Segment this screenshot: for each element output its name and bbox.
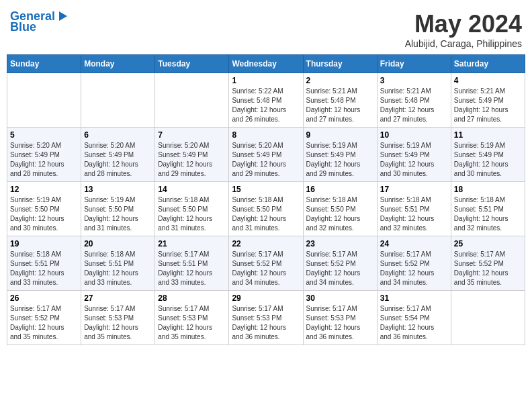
calendar-cell: 26Sunrise: 5:17 AMSunset: 5:52 PMDayligh… [7, 291, 81, 345]
calendar-cell: 20Sunrise: 5:18 AMSunset: 5:51 PMDayligh… [81, 236, 155, 291]
calendar-week-row: 26Sunrise: 5:17 AMSunset: 5:52 PMDayligh… [7, 291, 525, 345]
cell-inner: 25Sunrise: 5:17 AMSunset: 5:52 PMDayligh… [454, 239, 522, 287]
cell-info: Sunrise: 5:19 AMSunset: 5:49 PMDaylight:… [454, 141, 522, 179]
cell-inner: 8Sunrise: 5:20 AMSunset: 5:49 PMDaylight… [232, 130, 300, 179]
calendar-cell [7, 73, 81, 128]
cell-info: Sunrise: 5:21 AMSunset: 5:48 PMDaylight:… [380, 87, 448, 124]
cell-inner: 31Sunrise: 5:17 AMSunset: 5:54 PMDayligh… [380, 293, 448, 342]
cell-inner: 28Sunrise: 5:17 AMSunset: 5:53 PMDayligh… [158, 293, 226, 342]
day-number: 4 [454, 76, 522, 85]
calendar-cell: 15Sunrise: 5:18 AMSunset: 5:50 PMDayligh… [229, 182, 303, 236]
calendar-cell: 6Sunrise: 5:20 AMSunset: 5:49 PMDaylight… [81, 128, 155, 182]
cell-info: Sunrise: 5:20 AMSunset: 5:49 PMDaylight:… [232, 141, 300, 179]
calendar-week-row: 19Sunrise: 5:18 AMSunset: 5:51 PMDayligh… [7, 236, 525, 291]
calendar-cell: 4Sunrise: 5:21 AMSunset: 5:49 PMDaylight… [451, 73, 525, 128]
day-number: 13 [84, 185, 152, 194]
calendar-cell: 3Sunrise: 5:21 AMSunset: 5:48 PMDaylight… [377, 73, 451, 128]
cell-info: Sunrise: 5:18 AMSunset: 5:51 PMDaylight:… [10, 250, 78, 287]
day-header-saturday: Saturday [451, 55, 525, 73]
calendar-week-row: 12Sunrise: 5:19 AMSunset: 5:50 PMDayligh… [7, 182, 525, 236]
cell-info: Sunrise: 5:19 AMSunset: 5:49 PMDaylight:… [380, 141, 448, 179]
calendar-cell: 2Sunrise: 5:21 AMSunset: 5:48 PMDaylight… [303, 73, 377, 128]
day-number: 28 [158, 293, 226, 303]
cell-inner: 18Sunrise: 5:18 AMSunset: 5:51 PMDayligh… [454, 185, 522, 233]
location: Alubijid, Caraga, Philippines [405, 38, 522, 49]
day-number: 21 [158, 239, 226, 248]
cell-info: Sunrise: 5:17 AMSunset: 5:52 PMDaylight:… [454, 250, 522, 287]
cell-info: Sunrise: 5:17 AMSunset: 5:53 PMDaylight:… [84, 304, 152, 342]
day-number: 3 [380, 76, 448, 85]
cell-info: Sunrise: 5:20 AMSunset: 5:49 PMDaylight:… [10, 141, 78, 179]
cell-info: Sunrise: 5:21 AMSunset: 5:49 PMDaylight:… [454, 87, 522, 124]
day-number: 8 [232, 130, 300, 140]
page-header: General Blue May 2024 Alubijid, Caraga, … [7, 7, 525, 49]
calendar-cell: 22Sunrise: 5:17 AMSunset: 5:52 PMDayligh… [229, 236, 303, 291]
cell-info: Sunrise: 5:19 AMSunset: 5:50 PMDaylight:… [10, 195, 78, 233]
cell-info: Sunrise: 5:17 AMSunset: 5:51 PMDaylight:… [158, 250, 226, 287]
calendar-cell: 11Sunrise: 5:19 AMSunset: 5:49 PMDayligh… [451, 128, 525, 182]
cell-inner: 7Sunrise: 5:20 AMSunset: 5:49 PMDaylight… [158, 130, 226, 179]
cell-inner: 23Sunrise: 5:17 AMSunset: 5:52 PMDayligh… [306, 239, 374, 287]
cell-inner: 26Sunrise: 5:17 AMSunset: 5:52 PMDayligh… [10, 293, 78, 342]
calendar-cell: 9Sunrise: 5:19 AMSunset: 5:49 PMDaylight… [303, 128, 377, 182]
cell-info: Sunrise: 5:17 AMSunset: 5:52 PMDaylight:… [380, 250, 448, 287]
cell-inner: 11Sunrise: 5:19 AMSunset: 5:49 PMDayligh… [454, 130, 522, 179]
calendar-cell: 28Sunrise: 5:17 AMSunset: 5:53 PMDayligh… [155, 291, 229, 345]
cell-inner: 9Sunrise: 5:19 AMSunset: 5:49 PMDaylight… [306, 130, 374, 179]
cell-info: Sunrise: 5:20 AMSunset: 5:49 PMDaylight:… [84, 141, 152, 179]
month-title: May 2024 [405, 10, 522, 38]
svg-marker-0 [59, 11, 67, 21]
day-number: 16 [306, 185, 374, 194]
cell-info: Sunrise: 5:19 AMSunset: 5:50 PMDaylight:… [84, 195, 152, 233]
cell-inner: 3Sunrise: 5:21 AMSunset: 5:48 PMDaylight… [380, 76, 448, 124]
day-number: 20 [84, 239, 152, 248]
cell-inner: 10Sunrise: 5:19 AMSunset: 5:49 PMDayligh… [380, 130, 448, 179]
cell-inner: 21Sunrise: 5:17 AMSunset: 5:51 PMDayligh… [158, 239, 226, 287]
cell-info: Sunrise: 5:18 AMSunset: 5:51 PMDaylight:… [380, 195, 448, 233]
day-number: 12 [10, 185, 78, 194]
day-number: 2 [306, 76, 374, 85]
cell-inner: 17Sunrise: 5:18 AMSunset: 5:51 PMDayligh… [380, 185, 448, 233]
day-number: 17 [380, 185, 448, 194]
calendar-table: SundayMondayTuesdayWednesdayThursdayFrid… [7, 54, 525, 345]
day-number: 14 [158, 185, 226, 194]
day-number: 15 [232, 185, 300, 194]
cell-info: Sunrise: 5:18 AMSunset: 5:50 PMDaylight:… [232, 195, 300, 233]
logo: General Blue [10, 10, 70, 34]
cell-inner: 16Sunrise: 5:18 AMSunset: 5:50 PMDayligh… [306, 185, 374, 233]
calendar-cell: 12Sunrise: 5:19 AMSunset: 5:50 PMDayligh… [7, 182, 81, 236]
day-number: 23 [306, 239, 374, 248]
cell-inner: 29Sunrise: 5:17 AMSunset: 5:53 PMDayligh… [232, 293, 300, 342]
calendar-cell: 14Sunrise: 5:18 AMSunset: 5:50 PMDayligh… [155, 182, 229, 236]
cell-inner: 14Sunrise: 5:18 AMSunset: 5:50 PMDayligh… [158, 185, 226, 233]
cell-inner: 19Sunrise: 5:18 AMSunset: 5:51 PMDayligh… [10, 239, 78, 287]
cell-inner: 20Sunrise: 5:18 AMSunset: 5:51 PMDayligh… [84, 239, 152, 287]
calendar-header-row: SundayMondayTuesdayWednesdayThursdayFrid… [7, 55, 525, 73]
cell-inner: 12Sunrise: 5:19 AMSunset: 5:50 PMDayligh… [10, 185, 78, 233]
calendar-cell: 5Sunrise: 5:20 AMSunset: 5:49 PMDaylight… [7, 128, 81, 182]
calendar-week-row: 1Sunrise: 5:22 AMSunset: 5:48 PMDaylight… [7, 73, 525, 128]
cell-info: Sunrise: 5:17 AMSunset: 5:52 PMDaylight:… [232, 250, 300, 287]
logo-blue-text: Blue [10, 21, 36, 34]
cell-info: Sunrise: 5:17 AMSunset: 5:53 PMDaylight:… [232, 304, 300, 342]
day-number: 30 [306, 293, 374, 303]
cell-info: Sunrise: 5:17 AMSunset: 5:53 PMDaylight:… [306, 304, 374, 342]
cell-info: Sunrise: 5:18 AMSunset: 5:51 PMDaylight:… [454, 195, 522, 233]
cell-info: Sunrise: 5:18 AMSunset: 5:50 PMDaylight:… [158, 195, 226, 233]
cell-info: Sunrise: 5:20 AMSunset: 5:49 PMDaylight:… [158, 141, 226, 179]
day-number: 25 [454, 239, 522, 248]
day-number: 10 [380, 130, 448, 140]
day-number: 29 [232, 293, 300, 303]
day-header-friday: Friday [377, 55, 451, 73]
calendar-cell: 8Sunrise: 5:20 AMSunset: 5:49 PMDaylight… [229, 128, 303, 182]
day-header-sunday: Sunday [7, 55, 81, 73]
calendar-cell: 21Sunrise: 5:17 AMSunset: 5:51 PMDayligh… [155, 236, 229, 291]
calendar-cell: 23Sunrise: 5:17 AMSunset: 5:52 PMDayligh… [303, 236, 377, 291]
cell-info: Sunrise: 5:17 AMSunset: 5:52 PMDaylight:… [306, 250, 374, 287]
calendar-cell: 29Sunrise: 5:17 AMSunset: 5:53 PMDayligh… [229, 291, 303, 345]
calendar-cell: 31Sunrise: 5:17 AMSunset: 5:54 PMDayligh… [377, 291, 451, 345]
calendar-cell: 30Sunrise: 5:17 AMSunset: 5:53 PMDayligh… [303, 291, 377, 345]
logo-arrow-icon [56, 9, 70, 23]
calendar-cell [451, 291, 525, 345]
day-number: 1 [232, 76, 300, 85]
